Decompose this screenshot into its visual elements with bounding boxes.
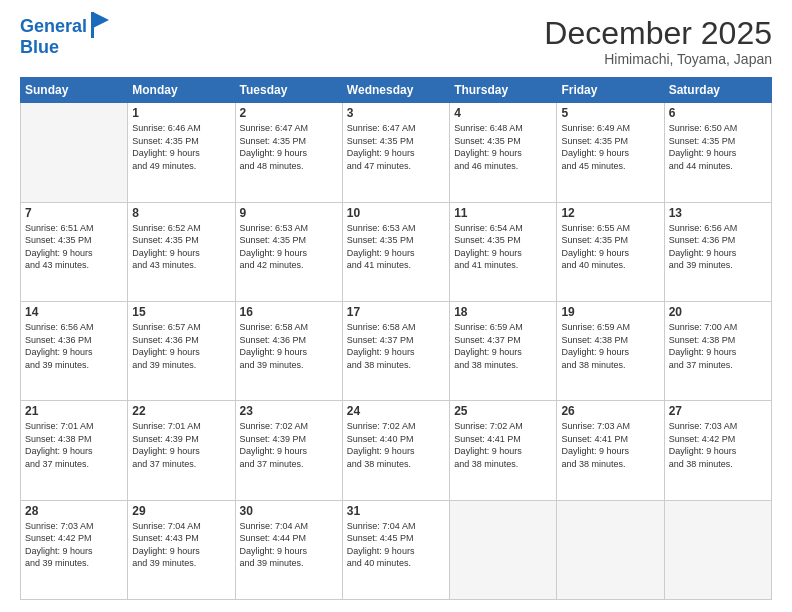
day-number: 12 [561,206,659,220]
calendar-cell: 18Sunrise: 6:59 AMSunset: 4:37 PMDayligh… [450,301,557,400]
calendar-cell: 9Sunrise: 6:53 AMSunset: 4:35 PMDaylight… [235,202,342,301]
calendar-cell: 1Sunrise: 6:46 AMSunset: 4:35 PMDaylight… [128,103,235,202]
calendar-cell: 19Sunrise: 6:59 AMSunset: 4:38 PMDayligh… [557,301,664,400]
day-number: 6 [669,106,767,120]
day-number: 20 [669,305,767,319]
day-number: 19 [561,305,659,319]
day-info: Sunrise: 6:55 AMSunset: 4:35 PMDaylight:… [561,222,659,272]
day-header-friday: Friday [557,78,664,103]
calendar-cell: 30Sunrise: 7:04 AMSunset: 4:44 PMDayligh… [235,500,342,599]
calendar-week-2: 14Sunrise: 6:56 AMSunset: 4:36 PMDayligh… [21,301,772,400]
day-header-sunday: Sunday [21,78,128,103]
calendar-cell: 28Sunrise: 7:03 AMSunset: 4:42 PMDayligh… [21,500,128,599]
day-info: Sunrise: 6:59 AMSunset: 4:38 PMDaylight:… [561,321,659,371]
calendar-cell: 17Sunrise: 6:58 AMSunset: 4:37 PMDayligh… [342,301,449,400]
day-info: Sunrise: 6:48 AMSunset: 4:35 PMDaylight:… [454,122,552,172]
day-number: 28 [25,504,123,518]
calendar-cell [664,500,771,599]
day-number: 8 [132,206,230,220]
day-info: Sunrise: 6:47 AMSunset: 4:35 PMDaylight:… [347,122,445,172]
day-number: 17 [347,305,445,319]
day-info: Sunrise: 7:02 AMSunset: 4:41 PMDaylight:… [454,420,552,470]
day-header-monday: Monday [128,78,235,103]
calendar-week-3: 21Sunrise: 7:01 AMSunset: 4:38 PMDayligh… [21,401,772,500]
header: General Blue December 2025 Himimachi, To… [20,16,772,67]
calendar-cell: 6Sunrise: 6:50 AMSunset: 4:35 PMDaylight… [664,103,771,202]
day-number: 2 [240,106,338,120]
day-info: Sunrise: 7:01 AMSunset: 4:38 PMDaylight:… [25,420,123,470]
day-header-thursday: Thursday [450,78,557,103]
calendar-cell [21,103,128,202]
day-info: Sunrise: 7:03 AMSunset: 4:42 PMDaylight:… [25,520,123,570]
logo-text-line2: Blue [20,38,59,58]
calendar-cell: 23Sunrise: 7:02 AMSunset: 4:39 PMDayligh… [235,401,342,500]
calendar-week-0: 1Sunrise: 6:46 AMSunset: 4:35 PMDaylight… [21,103,772,202]
day-number: 30 [240,504,338,518]
day-info: Sunrise: 6:49 AMSunset: 4:35 PMDaylight:… [561,122,659,172]
day-info: Sunrise: 7:04 AMSunset: 4:43 PMDaylight:… [132,520,230,570]
day-info: Sunrise: 6:50 AMSunset: 4:35 PMDaylight:… [669,122,767,172]
day-number: 26 [561,404,659,418]
calendar-cell: 26Sunrise: 7:03 AMSunset: 4:41 PMDayligh… [557,401,664,500]
calendar-cell: 5Sunrise: 6:49 AMSunset: 4:35 PMDaylight… [557,103,664,202]
calendar-week-4: 28Sunrise: 7:03 AMSunset: 4:42 PMDayligh… [21,500,772,599]
day-info: Sunrise: 7:02 AMSunset: 4:39 PMDaylight:… [240,420,338,470]
day-info: Sunrise: 7:04 AMSunset: 4:44 PMDaylight:… [240,520,338,570]
day-number: 16 [240,305,338,319]
day-info: Sunrise: 6:47 AMSunset: 4:35 PMDaylight:… [240,122,338,172]
day-info: Sunrise: 6:56 AMSunset: 4:36 PMDaylight:… [25,321,123,371]
day-info: Sunrise: 7:03 AMSunset: 4:41 PMDaylight:… [561,420,659,470]
day-info: Sunrise: 7:00 AMSunset: 4:38 PMDaylight:… [669,321,767,371]
calendar-cell: 25Sunrise: 7:02 AMSunset: 4:41 PMDayligh… [450,401,557,500]
day-info: Sunrise: 6:52 AMSunset: 4:35 PMDaylight:… [132,222,230,272]
calendar-cell: 27Sunrise: 7:03 AMSunset: 4:42 PMDayligh… [664,401,771,500]
calendar-cell: 14Sunrise: 6:56 AMSunset: 4:36 PMDayligh… [21,301,128,400]
day-header-saturday: Saturday [664,78,771,103]
calendar-cell: 31Sunrise: 7:04 AMSunset: 4:45 PMDayligh… [342,500,449,599]
day-number: 4 [454,106,552,120]
calendar-cell [450,500,557,599]
calendar-cell: 11Sunrise: 6:54 AMSunset: 4:35 PMDayligh… [450,202,557,301]
calendar-cell: 24Sunrise: 7:02 AMSunset: 4:40 PMDayligh… [342,401,449,500]
logo: General Blue [20,16,111,58]
page: General Blue December 2025 Himimachi, To… [0,0,792,612]
day-info: Sunrise: 6:53 AMSunset: 4:35 PMDaylight:… [347,222,445,272]
day-info: Sunrise: 6:58 AMSunset: 4:37 PMDaylight:… [347,321,445,371]
calendar-cell: 15Sunrise: 6:57 AMSunset: 4:36 PMDayligh… [128,301,235,400]
day-number: 14 [25,305,123,319]
calendar-cell: 10Sunrise: 6:53 AMSunset: 4:35 PMDayligh… [342,202,449,301]
calendar-cell: 7Sunrise: 6:51 AMSunset: 4:35 PMDaylight… [21,202,128,301]
calendar-cell: 29Sunrise: 7:04 AMSunset: 4:43 PMDayligh… [128,500,235,599]
calendar-cell: 21Sunrise: 7:01 AMSunset: 4:38 PMDayligh… [21,401,128,500]
title-block: December 2025 Himimachi, Toyama, Japan [544,16,772,67]
calendar-cell: 3Sunrise: 6:47 AMSunset: 4:35 PMDaylight… [342,103,449,202]
day-number: 25 [454,404,552,418]
day-number: 7 [25,206,123,220]
calendar-cell: 20Sunrise: 7:00 AMSunset: 4:38 PMDayligh… [664,301,771,400]
calendar-cell: 8Sunrise: 6:52 AMSunset: 4:35 PMDaylight… [128,202,235,301]
calendar-cell: 12Sunrise: 6:55 AMSunset: 4:35 PMDayligh… [557,202,664,301]
day-number: 29 [132,504,230,518]
svg-marker-0 [93,12,109,28]
day-number: 11 [454,206,552,220]
svg-rect-1 [91,12,94,38]
day-info: Sunrise: 6:58 AMSunset: 4:36 PMDaylight:… [240,321,338,371]
day-header-tuesday: Tuesday [235,78,342,103]
day-info: Sunrise: 7:04 AMSunset: 4:45 PMDaylight:… [347,520,445,570]
day-number: 9 [240,206,338,220]
day-number: 18 [454,305,552,319]
day-number: 24 [347,404,445,418]
calendar-cell: 4Sunrise: 6:48 AMSunset: 4:35 PMDaylight… [450,103,557,202]
day-number: 27 [669,404,767,418]
day-number: 22 [132,404,230,418]
logo-text-line1: General [20,17,87,37]
calendar-cell: 16Sunrise: 6:58 AMSunset: 4:36 PMDayligh… [235,301,342,400]
day-info: Sunrise: 7:02 AMSunset: 4:40 PMDaylight:… [347,420,445,470]
subtitle: Himimachi, Toyama, Japan [544,51,772,67]
calendar-cell: 22Sunrise: 7:01 AMSunset: 4:39 PMDayligh… [128,401,235,500]
day-number: 5 [561,106,659,120]
calendar-cell: 13Sunrise: 6:56 AMSunset: 4:36 PMDayligh… [664,202,771,301]
month-title: December 2025 [544,16,772,51]
calendar-header-row: SundayMondayTuesdayWednesdayThursdayFrid… [21,78,772,103]
day-info: Sunrise: 6:53 AMSunset: 4:35 PMDaylight:… [240,222,338,272]
